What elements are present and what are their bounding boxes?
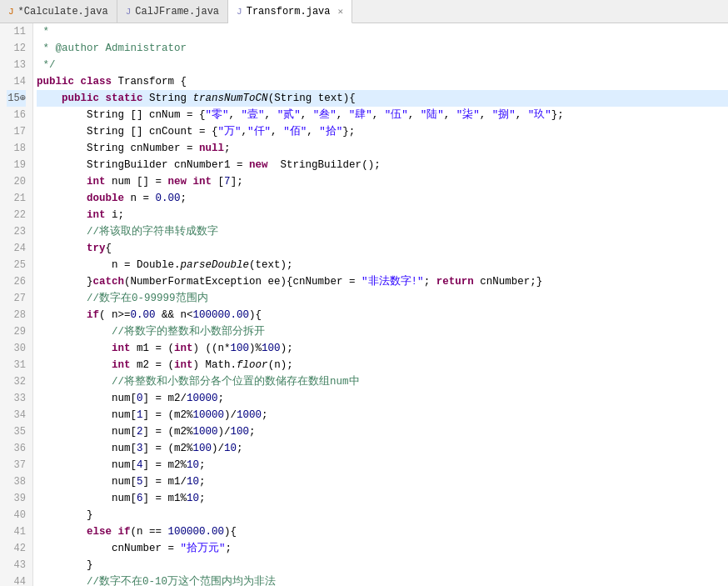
line-num-29: 29 <box>7 323 26 340</box>
code-line-14: public class Transform { <box>37 73 728 90</box>
code-line-35: num[2] = (m2%1000)/100; <box>37 423 728 440</box>
tab-caljframe[interactable]: J CalJFrame.java <box>117 0 228 23</box>
code-line-39: num[6] = m1%10; <box>37 490 728 507</box>
line-num-44: 44 <box>7 573 26 586</box>
code-line-37: num[4] = m2%10; <box>37 457 728 473</box>
code-line-26: }catch(NumberFormatException ee){cnNumbe… <box>37 273 728 290</box>
line-num-32: 32 <box>7 373 26 390</box>
code-line-21: double n = 0.00; <box>37 190 728 207</box>
tab-label-caljframe: CalJFrame.java <box>135 6 219 18</box>
code-line-31: int m2 = (int) Math.floor(n); <box>37 357 728 373</box>
line-num-28: 28 <box>7 307 26 323</box>
line-num-33: 33 <box>7 390 26 407</box>
code-line-15: public static String transNumToCN(String… <box>37 90 728 107</box>
code-line-34: num[1] = (m2%10000)/1000; <box>37 407 728 423</box>
line-num-25: 25 <box>7 257 26 273</box>
line-num-23: 23 <box>7 223 26 240</box>
line-num-37: 37 <box>7 457 26 473</box>
line-num-42: 42 <box>7 540 26 557</box>
line-num-17: 17 <box>7 123 26 140</box>
line-num-31: 31 <box>7 357 26 373</box>
code-line-41: else if(n == 100000.00){ <box>37 523 728 540</box>
code-line-38: num[5] = m1/10; <box>37 473 728 490</box>
editor-container: J *Calculate.java J CalJFrame.java J Tra… <box>0 0 728 586</box>
code-line-20: int num [] = new int [7]; <box>37 173 728 190</box>
code-line-12: * @author Administrator <box>37 40 728 57</box>
code-line-44: //数字不在0-10万这个范围内均为非法 <box>37 573 728 586</box>
line-num-16: 16 <box>7 107 26 123</box>
line-num-27: 27 <box>7 290 26 307</box>
tab-icon-caljframe: J <box>126 7 132 17</box>
tab-bar: J *Calculate.java J CalJFrame.java J Tra… <box>0 0 728 23</box>
line-num-39: 39 <box>7 490 26 507</box>
line-num-30: 30 <box>7 340 26 357</box>
line-num-24: 24 <box>7 240 26 257</box>
code-line-40: } <box>37 507 728 523</box>
code-content[interactable]: * * @author Administrator */ public clas… <box>33 23 728 586</box>
line-num-41: 41 <box>7 523 26 540</box>
line-num-22: 22 <box>7 207 26 223</box>
tab-icon-transform: J <box>237 7 242 17</box>
code-line-43: } <box>37 557 728 573</box>
code-line-11: * <box>37 23 728 40</box>
line-numbers: 11 12 13 14 15⊕ 16 17 18 19 20 21 22 23 … <box>0 23 33 586</box>
line-num-19: 19 <box>7 157 26 173</box>
code-line-33: num[0] = m2/10000; <box>37 390 728 407</box>
code-line-22: int i; <box>37 207 728 223</box>
code-line-16: String [] cnNum = {"零", "壹", "贰", "叁", "… <box>37 107 728 123</box>
line-num-36: 36 <box>7 440 26 457</box>
code-line-18: String cnNumber = null; <box>37 140 728 157</box>
line-num-20: 20 <box>7 173 26 190</box>
line-num-40: 40 <box>7 507 26 523</box>
tab-calculate[interactable]: J *Calculate.java <box>0 0 117 23</box>
code-line-24: try{ <box>37 240 728 257</box>
code-area: 11 12 13 14 15⊕ 16 17 18 19 20 21 22 23 … <box>0 23 728 586</box>
line-num-21: 21 <box>7 190 26 207</box>
line-num-35: 35 <box>7 423 26 440</box>
line-num-11: 11 <box>7 23 26 40</box>
line-num-12: 12 <box>7 40 26 57</box>
code-line-29: //将数字的整数和小数部分拆开 <box>37 323 728 340</box>
code-line-17: String [] cnCount = {"万","仟", "佰", "拾"}; <box>37 123 728 140</box>
code-line-25: n = Double.parseDouble(text); <box>37 257 728 273</box>
code-line-23: //将该取的字符串转成数字 <box>37 223 728 240</box>
code-line-27: //数字在0-99999范围内 <box>37 290 728 307</box>
code-line-36: num[3] = (m2%100)/10; <box>37 440 728 457</box>
code-line-32: //将整数和小数部分各个位置的数储存在数组num中 <box>37 373 728 390</box>
line-num-18: 18 <box>7 140 26 157</box>
tab-transform[interactable]: J Transform.java ✕ <box>228 0 352 23</box>
tab-label-calculate: *Calculate.java <box>18 6 108 18</box>
line-num-38: 38 <box>7 473 26 490</box>
code-line-13: */ <box>37 57 728 73</box>
code-line-42: cnNumber = "拾万元"; <box>37 540 728 557</box>
line-num-26: 26 <box>7 273 26 290</box>
tab-label-transform: Transform.java <box>247 6 331 18</box>
tab-close-transform[interactable]: ✕ <box>338 6 344 17</box>
line-num-34: 34 <box>7 407 26 423</box>
line-num-15: 15⊕ <box>7 90 26 107</box>
code-line-28: if( n>=0.00 && n<100000.00){ <box>37 307 728 323</box>
code-line-30: int m1 = (int) ((n*100)%100); <box>37 340 728 357</box>
code-line-19: StringBuilder cnNumber1 = new StringBuil… <box>37 157 728 173</box>
line-num-13: 13 <box>7 57 26 73</box>
line-num-43: 43 <box>7 557 26 573</box>
line-num-14: 14 <box>7 73 26 90</box>
tab-icon-calculate: J <box>8 7 14 17</box>
